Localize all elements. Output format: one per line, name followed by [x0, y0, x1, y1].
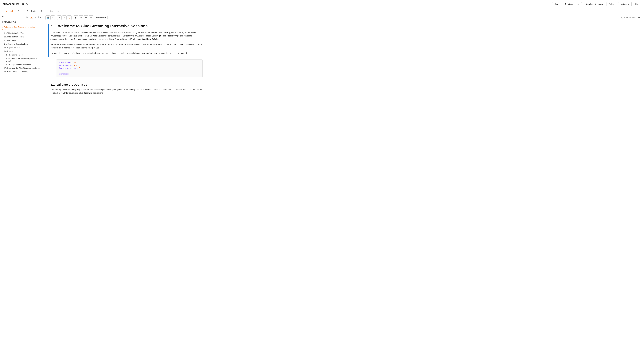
chevron-down-icon: ▾: [105, 17, 106, 19]
sidebar-header: ☰ </> M ≡ 🏷 ▾: [0, 14, 42, 20]
restart-run-all-button[interactable]: ⏭: [89, 15, 93, 20]
page-title: streaming_iss_job ✎: [3, 2, 28, 5]
collapse-button[interactable]: ▼: [50, 24, 53, 27]
hamburger-icon[interactable]: ☰: [2, 16, 4, 18]
code-cell-1-wrapper: [ ]: %idle_timeout 30 %glue_version 3.0 …: [50, 59, 202, 77]
main-layout: ☰ </> M ≡ 🏷 ▾ UNTITLED.IPYNB 1. Welcome …: [0, 14, 644, 361]
toc-item[interactable]: 1.6. Results: [0, 49, 42, 53]
download-notebook-button[interactable]: Download Notebook: [583, 2, 605, 6]
save-button[interactable]: Save: [552, 2, 561, 6]
cell-bar-empty: [48, 59, 49, 77]
cell-type-dropdown[interactable]: Markdown ▾: [95, 16, 108, 19]
delete-button: Delete: [606, 2, 617, 6]
run-cell-button[interactable]: ▶: [74, 15, 78, 20]
list-icon[interactable]: ≡: [34, 16, 36, 18]
kernel-label: Glue PySpark: [624, 17, 636, 19]
toc-item[interactable]: 1.8. Cost Saving and Clean Up: [0, 70, 42, 73]
cell-bar-empty-2: [48, 80, 49, 97]
add-cell-button[interactable]: +: [50, 15, 55, 20]
run-button[interactable]: Run: [633, 2, 641, 6]
tab-bar: Notebook Script Job details Runs Schedul…: [0, 8, 644, 14]
toc-item[interactable]: 1.5. Explore the data: [0, 46, 42, 49]
toc-item[interactable]: 1.7. Deploying the Glue Streaming Applic…: [0, 66, 42, 70]
code-cell-1[interactable]: %idle_timeout 30 %glue_version 3.0 %numb…: [56, 59, 202, 77]
code-line-1: %idle_timeout 30: [58, 61, 200, 64]
markdown-cell-2: 1.1. Validate the Job Type After running…: [50, 80, 202, 97]
paste-cell-button[interactable]: 📋: [67, 15, 72, 20]
sidebar-file-title: UNTITLED.IPYNB: [0, 20, 42, 24]
cell-heading-1: ▼ 1. Welcome to Glue Streaming Interacti…: [48, 24, 202, 57]
toc-item[interactable]: 1. Welcome to Glue Streaming Interactive…: [0, 25, 42, 31]
copy-cell-button[interactable]: ⧉: [62, 15, 66, 20]
toc-item[interactable]: 1.3. Next Steps: [0, 39, 42, 42]
tab-notebook[interactable]: Notebook: [3, 9, 16, 14]
validate-paragraph: After running the %streaming magic, the …: [50, 88, 202, 95]
intro-paragraph-1: In this notebook we will familiarize our…: [50, 31, 202, 41]
actions-button[interactable]: Actions ▼: [618, 2, 632, 6]
toc-item[interactable]: 1.1. Validate the Job Type: [0, 31, 42, 35]
intro-paragraph-2: We will set some initial configurations …: [50, 43, 202, 49]
tab-runs[interactable]: Runs: [38, 9, 48, 14]
section-1-heading: ▼ 1. Welcome to Glue Streaming Interacti…: [50, 24, 202, 28]
header-actions: Save Terminate server Download Notebook …: [552, 2, 641, 6]
notebook-toolbar: 💾 + ✂ ⧉ 📋 ▶ ■ ↺ ⏭ Markdown ▾ Glue PySpar…: [43, 14, 644, 21]
intro-paragraph-3: The default job type in a Glue interactv…: [50, 52, 202, 55]
restart-kernel-button[interactable]: ↺: [84, 15, 88, 20]
settings-icon[interactable]: ⚙: [637, 15, 641, 20]
toc-item[interactable]: 1.4. Consume Streaming Data: [0, 42, 42, 46]
cell-active-bar: [48, 24, 49, 57]
toolbar-right: Glue PySpark ⚙: [622, 15, 641, 20]
notebook-area: 💾 + ✂ ⧉ 📋 ▶ ■ ↺ ⏭ Markdown ▾ Glue PySpar…: [43, 14, 644, 361]
stop-cell-button[interactable]: ■: [79, 15, 83, 20]
toc-item[interactable]: 1.6.2. Why did we deliberately create an…: [0, 57, 42, 63]
toc-item[interactable]: 1.6.1. Parsing Failed: [0, 53, 42, 57]
terminate-server-button[interactable]: Terminate server: [563, 2, 582, 6]
cut-cell-button[interactable]: ✂: [57, 15, 62, 20]
tab-job-details[interactable]: Job details: [25, 9, 38, 14]
cell-type-label: Markdown: [96, 17, 104, 19]
table-of-contents: 1. Welcome to Glue Streaming Interactive…: [0, 24, 42, 75]
tab-script[interactable]: Script: [16, 9, 25, 14]
cell-heading-1-1: 1.1. Validate the Job Type After running…: [48, 80, 202, 97]
tab-schedules[interactable]: Schedules: [47, 9, 61, 14]
header: streaming_iss_job ✎ Save Terminate serve…: [0, 0, 644, 8]
magic-icon[interactable]: M: [30, 16, 33, 18]
sidebar: ☰ </> M ≡ 🏷 ▾ UNTITLED.IPYNB 1. Welcome …: [0, 14, 43, 361]
code-cell-1-container: [ ]: %idle_timeout 30 %glue_version 3.0 …: [48, 59, 202, 77]
sidebar-icons: </> M ≡ 🏷 ▾: [25, 16, 41, 18]
toc-item[interactable]: 1.6.3. Application Development: [0, 63, 42, 66]
code-line-5: %streaming: [58, 73, 200, 76]
code-line-3: %number_of_workers 2: [58, 67, 200, 70]
markdown-cell-1: ▼ 1. Welcome to Glue Streaming Interacti…: [50, 24, 202, 57]
toc-item[interactable]: 1.2. Initialize the Session: [0, 35, 42, 39]
notebook-content: ▼ 1. Welcome to Glue Streaming Interacti…: [43, 21, 208, 102]
kernel-status-indicator: [622, 17, 623, 18]
code-line-2: %glue_version 3.0: [58, 64, 200, 67]
tag-icon[interactable]: 🏷 ▾: [38, 16, 41, 18]
code-view-icon[interactable]: </>: [25, 16, 29, 18]
edit-title-icon[interactable]: ✎: [26, 3, 28, 5]
section-1-1-heading: 1.1. Validate the Job Type: [50, 83, 202, 86]
save-cell-button[interactable]: 💾: [46, 15, 50, 20]
code-line-4: [58, 70, 200, 73]
title-text: streaming_iss_job: [3, 2, 24, 5]
cell-execution-count: [ ]:: [50, 60, 54, 62]
